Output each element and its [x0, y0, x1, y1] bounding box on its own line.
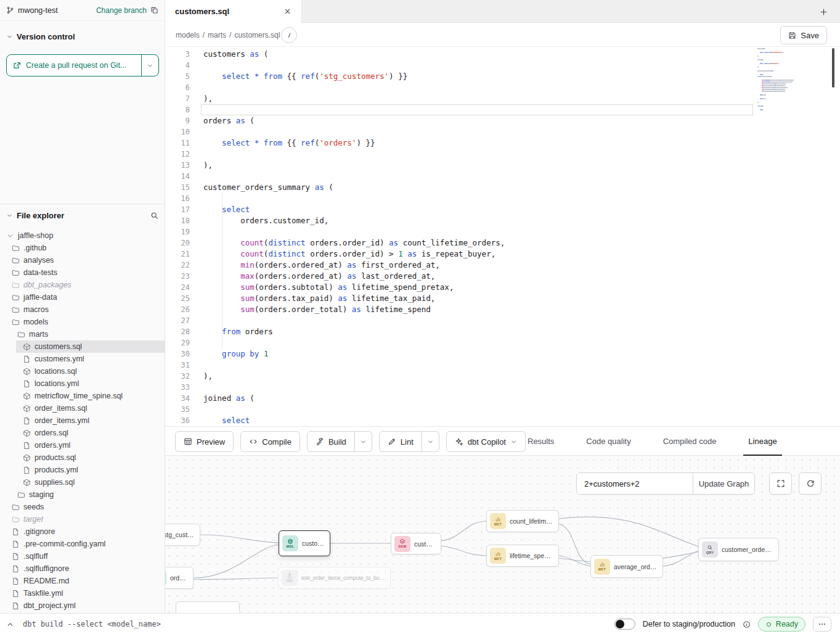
file-tree-item-products-sql[interactable]: products.sql: [0, 451, 165, 464]
lint-dropdown-button[interactable]: [422, 431, 439, 452]
code-line-10[interactable]: 10: [165, 126, 840, 138]
copy-icon[interactable]: [150, 6, 158, 14]
tab-customers-sql[interactable]: customers.sql: [165, 0, 302, 23]
code-line-9[interactable]: 9orders as (: [165, 115, 840, 126]
lineage-node-customer-order-metrics[interactable]: QRYcustomer_order_metrics: [698, 538, 779, 561]
change-branch-link[interactable]: Change branch: [96, 6, 147, 15]
lineage-node-customers[interactable]: MDLcustomers: [279, 530, 330, 556]
create-pr-button[interactable]: Create a pull request on Git...: [6, 54, 159, 76]
file-tree-item-jaffle-shop[interactable]: jaffle-shop: [0, 229, 165, 242]
more-options-button[interactable]: [813, 617, 831, 632]
version-control-header[interactable]: Version control: [0, 27, 165, 46]
file-tree-item-marts[interactable]: marts: [0, 328, 165, 340]
lineage-node-customers[interactable]: SEMcustomers: [391, 533, 441, 554]
lineage-node-lifetime-spend-pretax[interactable]: METlifetime_spend_pretax: [486, 545, 559, 567]
lineage-node-test-order-items-compute-to-bools-[interactable]: TSTtest_order_items_compute_to_bools...: [278, 567, 391, 589]
chevron-up-icon[interactable]: [6, 620, 14, 628]
file-tree-item-orders-yml[interactable]: orders.yml: [0, 439, 165, 451]
file-tree-item-analyses[interactable]: analyses: [0, 254, 165, 266]
editor-scrollbar[interactable]: [832, 48, 834, 88]
create-pr-dropdown[interactable]: [141, 55, 158, 76]
code-line-25[interactable]: 25 sum(orders.tax_paid) as lifetime_tax_…: [165, 293, 840, 304]
code-line-11[interactable]: 11 select * from {{ ref('orders') }}: [165, 138, 840, 149]
file-tree-item-customers-sql[interactable]: customers.sql: [0, 340, 165, 353]
file-tree-item-supplies-sql[interactable]: supplies.sql: [0, 476, 165, 488]
file-tree-item--github[interactable]: .github: [0, 242, 165, 254]
code-line-24[interactable]: 24 sum(orders.subtotal) as lifetime_spen…: [165, 282, 840, 293]
code-line-8[interactable]: 8: [165, 104, 840, 115]
lineage-node-partial[interactable]: [176, 601, 240, 613]
code-line-35[interactable]: 35: [165, 404, 840, 415]
code-line-14[interactable]: 14: [165, 171, 840, 182]
info-icon[interactable]: [743, 620, 751, 628]
code-line-7[interactable]: 7),: [165, 93, 840, 104]
file-tree-item-jaffle-data[interactable]: jaffle-data: [0, 291, 165, 303]
refresh-button[interactable]: [799, 472, 822, 495]
lineage-node-stg-customers[interactable]: MDLstg_customers: [165, 524, 200, 546]
code-line-31[interactable]: 31: [165, 360, 840, 371]
code-line-27[interactable]: 27: [165, 315, 840, 326]
preview-button[interactable]: Preview: [175, 431, 234, 452]
dbt-copilot-button[interactable]: dbt Copilot: [446, 431, 526, 452]
code-line-32[interactable]: 32),: [165, 371, 840, 382]
file-tree-item-target[interactable]: target: [0, 513, 165, 525]
file-tree-item-customers-yml[interactable]: customers.yml: [0, 353, 165, 365]
file-tree-item-staging[interactable]: staging: [0, 488, 165, 501]
file-tree-item-order-items-yml[interactable]: order_items.yml: [0, 414, 165, 427]
breadcrumb-models[interactable]: models: [176, 31, 200, 39]
code-line-5[interactable]: 5 select * from {{ ref('stg_customers') …: [165, 71, 840, 82]
tab-code-quality[interactable]: Code quality: [581, 427, 635, 456]
file-explorer-header[interactable]: File explorer: [0, 206, 165, 224]
file-tree-item-data-tests[interactable]: data-tests: [0, 266, 165, 279]
tab-results[interactable]: Results: [523, 427, 559, 456]
code-line-18[interactable]: 18 orders.customer_id,: [165, 215, 840, 226]
file-tree-item--sqlfluff[interactable]: .sqlfluff: [0, 550, 165, 562]
file-tree-item-order-items-sql[interactable]: order_items.sql: [0, 402, 165, 414]
lineage-node-average-order-value[interactable]: METaverage_order_value: [590, 555, 663, 578]
file-tree-item-macros[interactable]: macros: [0, 303, 165, 316]
code-line-17[interactable]: 17 select: [165, 204, 840, 215]
file-tree-item--sqlfluffignore[interactable]: .sqlfluffignore: [0, 562, 165, 575]
lineage-search-input[interactable]: [577, 473, 693, 494]
tab-compiled-code[interactable]: Compiled code: [658, 427, 722, 456]
code-line-19[interactable]: 19: [165, 226, 840, 237]
tab-lineage[interactable]: Lineage: [743, 427, 781, 456]
code-line-22[interactable]: 22 min(orders.ordered_at) as first_order…: [165, 260, 840, 271]
fullscreen-button[interactable]: [769, 472, 792, 495]
code-editor[interactable]: 3customers as (45 select * from {{ ref('…: [165, 47, 840, 426]
breadcrumb-marts[interactable]: marts: [208, 31, 226, 39]
code-line-4[interactable]: 4: [165, 60, 840, 71]
file-tree-item-seeds[interactable]: seeds: [0, 501, 165, 513]
file-tree-item-dbt-packages[interactable]: dbt_packages: [0, 279, 165, 291]
command-input[interactable]: dbt build --select <model_name>: [23, 620, 161, 628]
code-line-28[interactable]: 28 from orders: [165, 326, 840, 337]
save-button[interactable]: Save: [780, 26, 827, 44]
code-line-29[interactable]: 29: [165, 337, 840, 348]
build-dropdown-button[interactable]: [355, 431, 372, 452]
file-tree-item-models[interactable]: models: [0, 316, 165, 328]
file-tree-item-locations-yml[interactable]: locations.yml: [0, 377, 165, 390]
code-line-3[interactable]: 3customers as (: [165, 49, 840, 60]
code-line-26[interactable]: 26 sum(orders.order_total) as lifetime_s…: [165, 304, 840, 315]
code-line-36[interactable]: 36 select: [165, 415, 840, 426]
update-graph-button[interactable]: Update Graph: [693, 473, 754, 494]
lineage-panel[interactable]: MDLstg_customersMDLordersMDLcustomersSEM…: [165, 456, 840, 613]
code-line-13[interactable]: 13),: [165, 160, 840, 171]
code-line-21[interactable]: 21 count(distinct orders.order_id) > 1 a…: [165, 249, 840, 260]
file-tree-item-dbt-project-yml[interactable]: dbt_project.yml: [0, 599, 165, 612]
file-tree-item-taskfile-yml[interactable]: Taskfile.yml: [0, 587, 165, 599]
lineage-node-orders[interactable]: MDLorders: [165, 567, 194, 589]
file-tree-item-locations-sql[interactable]: locations.sql: [0, 365, 165, 377]
file-tree-item--gitignore[interactable]: .gitignore: [0, 525, 165, 538]
compile-button[interactable]: Compile: [240, 431, 300, 452]
code-line-34[interactable]: 34joined as (: [165, 393, 840, 404]
code-line-30[interactable]: 30 group by 1: [165, 348, 840, 360]
minimap[interactable]: [757, 48, 808, 111]
file-tree-item-products-yml[interactable]: products.yml: [0, 464, 165, 476]
file-tree-item-orders-sql[interactable]: orders.sql: [0, 427, 165, 439]
file-tree-item-readme-md[interactable]: README.md: [0, 575, 165, 587]
file-tree-item-metricflow-time-spine-sql[interactable]: metricflow_time_spine.sql: [0, 390, 165, 402]
code-line-23[interactable]: 23 max(orders.ordered_at) as last_ordere…: [165, 271, 840, 282]
new-tab-button[interactable]: [817, 5, 830, 19]
code-line-20[interactable]: 20 count(distinct orders.order_id) as co…: [165, 237, 840, 249]
